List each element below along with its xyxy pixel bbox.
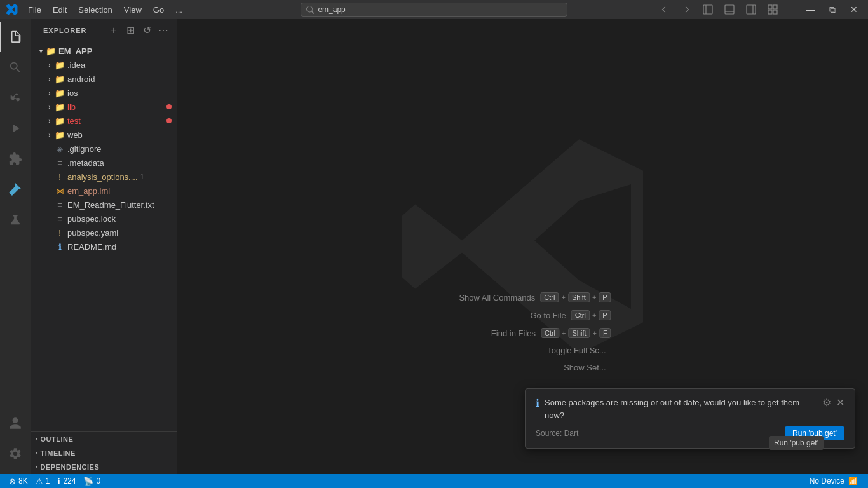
notification-source: Source: Dart [536, 429, 578, 438]
toggle-sidebar-button[interactable] [699, 3, 717, 16]
status-broadcast-item[interactable]: 📡 0 [79, 474, 104, 488]
tree-item-label: lib [67, 102, 76, 112]
run-debug-activity-icon[interactable] [0, 113, 31, 144]
tree-item-iml[interactable]: › ⋈ em_app.iml [31, 184, 177, 198]
dependencies-arrow-icon: › [36, 464, 38, 470]
project-name: EM_APP [58, 46, 92, 56]
menu-view[interactable]: View [119, 4, 147, 16]
menu-more[interactable]: ... [170, 4, 187, 16]
extensions-activity-icon[interactable] [0, 144, 31, 174]
tree-item-lib[interactable]: › 📁 lib [31, 100, 177, 114]
shortcut-label: Find in Files [434, 329, 536, 338]
expand-arrow-icon: › [44, 74, 55, 84]
outline-arrow-icon: › [36, 436, 38, 442]
error-badge [166, 118, 172, 123]
tree-item-readme[interactable]: › ℹ README.md [31, 240, 177, 254]
folder-web-icon: 📁 [55, 130, 65, 140]
tree-item-pubspec-lock[interactable]: › ≡ pubspec.lock [31, 212, 177, 226]
folder-idea-icon: 📁 [55, 60, 65, 70]
folder-ios-icon: 📁 [55, 88, 65, 98]
expand-arrow-icon: › [44, 88, 55, 98]
svg-rect-7 [773, 5, 777, 9]
tree-item-android[interactable]: › 📁 android [31, 72, 177, 86]
toggle-right-panel-button[interactable] [742, 3, 760, 16]
settings-activity-icon[interactable] [0, 438, 31, 469]
test-activity-icon[interactable] [0, 205, 31, 235]
new-folder-button[interactable]: ⊞ [123, 24, 137, 37]
forward-button[interactable] [677, 3, 695, 16]
menu-selection[interactable]: Selection [73, 4, 117, 16]
tree-item-label: test [67, 116, 81, 126]
meta-file-icon: ≡ [55, 158, 65, 168]
refresh-button[interactable]: ↺ [140, 24, 154, 37]
tree-item-idea[interactable]: › 📁 .idea [31, 58, 177, 72]
search-activity-icon[interactable] [0, 52, 31, 83]
shortcut-find-files: Find in Files Ctrl + Shift + F [434, 328, 611, 338]
expand-arrow-icon: › [44, 116, 55, 126]
notification-message: Some packages are missing or out of date… [545, 396, 817, 421]
status-warnings-item[interactable]: ⚠ 1 [32, 474, 54, 488]
folder-android-icon: 📁 [55, 74, 65, 84]
tree-item-root[interactable]: ▾ 📁 EM_APP [31, 44, 177, 58]
sidebar-bottom: › OUTLINE › TIMELINE › DEPENDENCIES [31, 431, 177, 474]
tree-item-label: .gitignore [67, 144, 101, 154]
status-bar: ⊗ 8K ⚠ 1 ℹ 224 📡 0 No Device 📶 [0, 474, 868, 488]
minimize-button[interactable]: — [802, 3, 820, 16]
no-device-section[interactable]: No Device 📶 [804, 474, 863, 488]
tree-item-label: .idea [67, 60, 85, 70]
folder-icon: 📁 [46, 46, 56, 56]
menu-file[interactable]: File [23, 4, 46, 16]
shortcut-label: Show All Commands [433, 293, 535, 302]
kbd-shift: Shift [568, 292, 590, 302]
source-control-activity-icon[interactable] [0, 83, 31, 113]
tree-item-ios[interactable]: › 📁 ios [31, 86, 177, 100]
search-input[interactable] [318, 5, 562, 14]
tree-item-label: em_app.iml [67, 186, 110, 196]
svg-rect-2 [725, 5, 734, 14]
tree-item-label: pubspec.lock [67, 214, 116, 224]
shortcut-show-all: Show All Commands Ctrl + Shift + P [433, 292, 611, 302]
dependencies-section[interactable]: › DEPENDENCIES [31, 460, 177, 474]
search-bar[interactable] [301, 3, 567, 17]
tree-item-test[interactable]: › 📁 test [31, 114, 177, 128]
lock-file-icon: ≡ [55, 214, 65, 224]
tree-item-readme-flutter[interactable]: › ≡ EM_Readme_Flutter.txt [31, 198, 177, 212]
menu-go[interactable]: Go [148, 4, 169, 16]
status-error-text: 8K [18, 477, 28, 485]
main-layout: EXPLORER + ⊞ ↺ ⋯ ▾ 📁 EM_APP › 📁 .idea [0, 19, 868, 474]
close-button[interactable]: ✕ [845, 3, 863, 16]
status-errors-item[interactable]: ⊗ 8K [5, 474, 32, 488]
flutter-activity-icon[interactable] [0, 174, 31, 205]
tree-item-metadata[interactable]: › ≡ .metadata [31, 156, 177, 170]
notification-close-icon[interactable]: ✕ [836, 396, 844, 409]
tree-item-gitignore[interactable]: › ◈ .gitignore [31, 142, 177, 156]
new-file-button[interactable]: + [107, 24, 121, 37]
status-info-item[interactable]: ℹ 224 [53, 474, 79, 488]
account-activity-icon[interactable] [0, 408, 31, 438]
explorer-activity-icon[interactable] [0, 22, 31, 52]
menu-edit[interactable]: Edit [48, 4, 72, 16]
restore-button[interactable]: ⧉ [824, 3, 841, 16]
status-info-text: 224 [63, 477, 76, 485]
back-button[interactable] [656, 3, 674, 16]
sidebar-title: EXPLORER [43, 27, 87, 34]
notification-gear-icon[interactable]: ⚙ [822, 396, 831, 409]
tree-item-label: pubspec.yaml [67, 228, 118, 238]
tree-item-pubspec-yaml[interactable]: › ! pubspec.yaml [31, 226, 177, 240]
git-file-icon: ◈ [55, 144, 65, 154]
warning-count-badge: 1 [140, 173, 144, 180]
tree-item-label: EM_Readme_Flutter.txt [67, 200, 154, 210]
shortcut-goto-file: Go to File Ctrl + P [465, 310, 611, 320]
tree-item-web[interactable]: › 📁 web [31, 128, 177, 142]
status-broadcast-text: 0 [96, 477, 100, 485]
kbd-group: Ctrl + Shift + F [541, 328, 611, 338]
status-broadcast-icon: 📡 [83, 477, 93, 486]
tree-item-analysis[interactable]: › ! analysis_options.... 1 [31, 170, 177, 184]
layout-button[interactable] [764, 3, 782, 16]
kbd-p: P [599, 310, 611, 320]
timeline-section[interactable]: › TIMELINE [31, 446, 177, 460]
outline-section[interactable]: › OUTLINE [31, 432, 177, 446]
shortcuts-container: Show All Commands Ctrl + Shift + P Go to… [433, 292, 611, 372]
toggle-panel-button[interactable] [721, 3, 738, 16]
collapse-all-button[interactable]: ⋯ [156, 24, 170, 37]
